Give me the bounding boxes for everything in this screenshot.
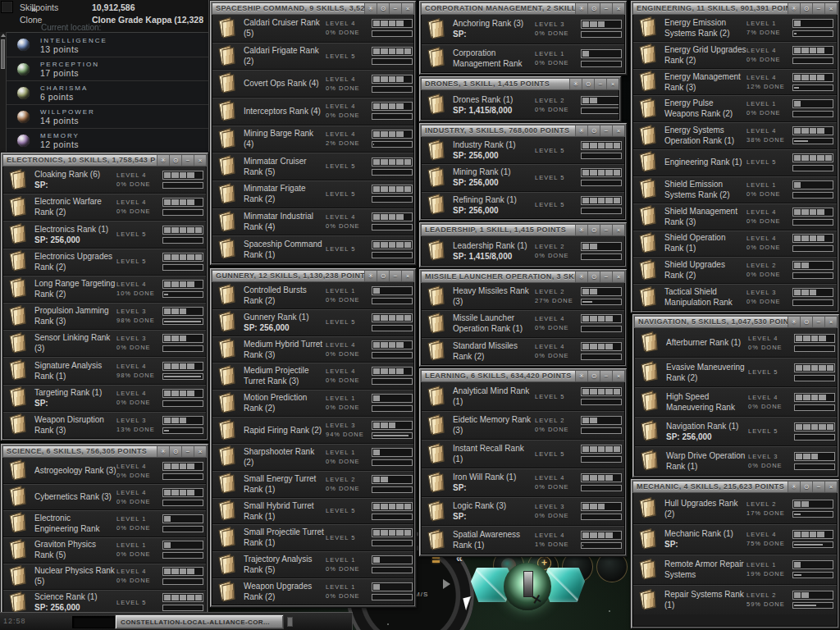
pin-icon[interactable]: ✳ bbox=[364, 3, 377, 14]
skill-row[interactable]: Energy Management Rank (3) LEVEL 412% DO… bbox=[633, 68, 837, 95]
constellation-channel-button[interactable]: CONSTELLATION-LOCAL-ALLIANCE-COR... bbox=[115, 614, 284, 629]
stack-icon[interactable]: ⊙ bbox=[587, 126, 600, 136]
minimize-icon[interactable]: − bbox=[600, 272, 612, 282]
skill-row[interactable]: Weapon Disruption Rank (3) LEVEL 313% DO… bbox=[3, 411, 206, 438]
minimize-icon[interactable]: − bbox=[812, 482, 824, 492]
skill-row[interactable]: Medium Projectile Turret Rank (3) LEVEL … bbox=[212, 362, 413, 389]
skill-row[interactable]: Iron Will Rank (1)SP: LEVEL 40% DONE bbox=[422, 468, 624, 496]
skill-row[interactable]: Hull Upgrades Rank (2) LEVEL 217% DONE bbox=[633, 493, 837, 523]
pin-icon[interactable]: ✳ bbox=[364, 271, 377, 281]
window-titlebar[interactable]: INDUSTRY, 3 SKILLS, 768,000 POINTS ✳⊙−× bbox=[421, 125, 625, 137]
skill-row[interactable]: Small Hybrid Turret Rank (1) LEVEL 5 bbox=[212, 497, 413, 524]
window-titlebar[interactable]: SPACESHIP COMMAND, 9 SKILLS, 3,527 ✳⊙−× bbox=[212, 2, 414, 15]
skill-row[interactable]: Electronics Upgrades Rank (2) LEVEL 5 bbox=[3, 248, 206, 275]
stack-icon[interactable]: ⊙ bbox=[587, 371, 600, 381]
skill-row[interactable]: Astrogeology Rank (3) LEVEL 40% DONE bbox=[3, 458, 206, 483]
skill-row[interactable]: Targeting Rank (1)SP: LEVEL 40% DONE bbox=[3, 384, 206, 411]
minimize-icon[interactable]: − bbox=[181, 155, 194, 166]
skill-row[interactable]: Minmatar Frigate Rank (2) LEVEL 5 bbox=[212, 180, 413, 208]
skill-row[interactable]: Electronic Engineering Rank LEVEL 10% DO… bbox=[3, 509, 206, 536]
window-titlebar[interactable]: NAVIGATION, 5 SKILLS, 1,047,530 POIN ✳⊙−… bbox=[634, 316, 838, 328]
skill-row[interactable]: Afterburner Rank (1) LEVEL 40% DONE bbox=[635, 328, 837, 357]
window-titlebar[interactable]: CORPORATION MANAGEMENT, 2 SKILLS, ✳⊙−× bbox=[421, 2, 625, 15]
stack-icon[interactable]: ⊙ bbox=[587, 225, 600, 235]
skill-row[interactable]: Standard Missiles Rank (2) LEVEL 40% DON… bbox=[422, 337, 624, 364]
pin-icon[interactable]: ✳ bbox=[788, 3, 800, 14]
skill-row[interactable]: Instant Recall Rank (1) LEVEL 5 bbox=[422, 439, 624, 468]
skill-row[interactable]: Refining Rank (1)SP: 256,000 LEVEL 5 bbox=[422, 191, 624, 218]
skill-row[interactable]: Weapon Upgrades Rank (2) LEVEL 10% DONE bbox=[212, 578, 413, 605]
scroll-up-icon[interactable] bbox=[1, 34, 6, 37]
skill-row[interactable]: High Speed Maneuvering Rank LEVEL 40% DO… bbox=[635, 386, 837, 416]
skill-row[interactable]: Analytical Mind Rank (1) LEVEL 5 bbox=[422, 382, 624, 410]
skill-row[interactable]: Spaceship Command Rank (1) LEVEL 5 bbox=[212, 235, 413, 262]
skill-row[interactable]: Shield Upgrades Rank (2) LEVEL 20% DONE bbox=[633, 256, 837, 283]
stack-icon[interactable]: ⊙ bbox=[800, 317, 812, 327]
skill-row[interactable]: Navigation Rank (1)SP: 256,000 LEVEL 5 bbox=[635, 416, 837, 445]
skill-row[interactable]: Controlled Bursts Rank (2) LEVEL 10% DON… bbox=[212, 282, 413, 308]
skill-row[interactable]: Electronics Rank (1)SP: 256,000 LEVEL 5 bbox=[3, 220, 206, 247]
skill-row[interactable]: Minmatar Industrial Rank (4) LEVEL 40% D… bbox=[212, 208, 413, 235]
skill-row[interactable]: Logic Rank (3)SP: LEVEL 30% DONE bbox=[422, 496, 624, 525]
stack-icon[interactable]: ⊙ bbox=[587, 272, 600, 282]
minimize-icon[interactable]: − bbox=[600, 126, 612, 136]
pin-icon[interactable]: ✳ bbox=[157, 155, 169, 166]
skill-row[interactable]: Energy Grid Upgrades Rank (2) LEVEL 40% … bbox=[633, 41, 837, 68]
skill-row[interactable]: Eidetic Memory Rank (3) LEVEL 20% DONE bbox=[422, 410, 624, 439]
skill-row[interactable]: Electronic Warfare Rank (2) LEVEL 40% DO… bbox=[3, 193, 206, 220]
pin-icon[interactable]: ✳ bbox=[575, 126, 587, 136]
close-icon[interactable]: × bbox=[401, 3, 413, 14]
taskbar-nub[interactable] bbox=[287, 617, 293, 627]
minimize-icon[interactable]: − bbox=[600, 371, 612, 381]
skill-row[interactable]: Repair Systems Rank (1) LEVEL 259% DONE bbox=[633, 584, 837, 614]
window-titlebar[interactable]: LEARNING, 6 SKILLS, 634,420 POINTS ✳⊙−× bbox=[421, 370, 625, 382]
skill-row[interactable]: Shield Emission Systems Rank (2) LEVEL 1… bbox=[633, 176, 837, 203]
close-icon[interactable]: × bbox=[612, 126, 624, 136]
close-icon[interactable]: × bbox=[401, 271, 413, 281]
stack-icon[interactable]: ⊙ bbox=[377, 271, 389, 281]
skill-row[interactable]: Caldari Cruiser Rank (5) LEVEL 40% DONE bbox=[212, 15, 413, 42]
window-titlebar[interactable]: MECHANIC, 4 SKILLS, 215,623 POINTS ✳⊙−× bbox=[632, 481, 838, 493]
skill-row[interactable]: Cybernetics Rank (3) LEVEL 40% DONE bbox=[3, 483, 206, 509]
skill-row[interactable]: Small Projectile Turret Rank (1) LEVEL 5 bbox=[212, 523, 413, 550]
skill-row[interactable]: Motion Prediction Rank (2) LEVEL 10% DON… bbox=[212, 389, 413, 416]
pin-icon[interactable]: ✳ bbox=[157, 446, 169, 457]
close-icon[interactable]: × bbox=[194, 155, 206, 166]
pin-icon[interactable]: ✳ bbox=[575, 3, 587, 14]
app-icon[interactable] bbox=[1, 1, 13, 13]
skill-row[interactable]: Propulsion Jamming Rank (3) LEVEL 398% D… bbox=[3, 302, 206, 329]
skill-row[interactable]: Energy Systems Operation Rank (1) LEVEL … bbox=[633, 121, 837, 148]
skill-row[interactable]: Interceptors Rank (4) LEVEL 40% DONE bbox=[212, 97, 413, 125]
skill-row[interactable]: Rapid Firing Rank (2) LEVEL 394% DONE bbox=[212, 416, 413, 443]
skill-row[interactable]: Anchoring Rank (3)SP: LEVEL 30% DONE bbox=[422, 15, 624, 43]
pin-icon[interactable]: ✳ bbox=[575, 371, 587, 381]
close-icon[interactable]: × bbox=[824, 317, 837, 327]
skill-row[interactable]: Medium Hybrid Turret Rank (3) LEVEL 40% … bbox=[212, 336, 413, 363]
skill-row[interactable]: Spatial Awareness Rank (1) LEVEL 41% DON… bbox=[422, 525, 624, 554]
skill-row[interactable]: Industry Rank (1)SP: 256,000 LEVEL 5 bbox=[422, 137, 624, 163]
stack-icon[interactable]: ⊙ bbox=[169, 446, 181, 457]
skill-row[interactable]: Tactical Shield Manipulation Rank LEVEL … bbox=[633, 283, 837, 310]
close-icon[interactable]: × bbox=[612, 225, 624, 235]
skill-row[interactable]: Mechanic Rank (1)SP: LEVEL 475% DONE bbox=[633, 523, 837, 554]
skill-row[interactable]: Signature Analysis Rank (1) LEVEL 498% D… bbox=[3, 356, 206, 383]
active-module-button[interactable] bbox=[504, 563, 551, 610]
close-icon[interactable]: × bbox=[606, 79, 619, 89]
skill-row[interactable]: Minmatar Cruiser Rank (5) LEVEL 5 bbox=[212, 152, 413, 180]
skill-row[interactable]: Graviton Physics Rank (5) LEVEL 10% DONE bbox=[3, 536, 206, 563]
pin-icon[interactable]: ✳ bbox=[788, 482, 800, 492]
minimize-icon[interactable]: − bbox=[812, 3, 824, 14]
skill-row[interactable]: Shield Operation Rank (1) LEVEL 40% DONE bbox=[633, 230, 837, 257]
window-titlebar[interactable]: DRONES, 1 SKILL, 1,415 POINTS ✳⊙−× bbox=[421, 78, 619, 90]
scroll-thumb[interactable] bbox=[1, 39, 5, 69]
pin-icon[interactable]: ✳ bbox=[575, 272, 587, 282]
skill-row[interactable]: Trajectory Analysis Rank (5) LEVEL 10% D… bbox=[212, 550, 413, 578]
skill-row[interactable]: Energy Emission Systems Rank (2) LEVEL 1… bbox=[633, 15, 837, 41]
skill-row[interactable]: Evasive Maneuvering Rank (2) LEVEL 5 bbox=[635, 357, 837, 386]
window-titlebar[interactable]: SCIENCE, 6 SKILLS, 756,305 POINTS ✳⊙−× bbox=[2, 445, 207, 458]
skill-row[interactable]: Corporation Management Rank LEVEL 10% DO… bbox=[422, 43, 624, 73]
close-icon[interactable]: × bbox=[824, 482, 837, 492]
window-titlebar[interactable]: LEADERSHIP, 1 SKILL, 1,415 POINTS ✳⊙−× bbox=[421, 224, 625, 236]
close-icon[interactable]: × bbox=[612, 272, 624, 282]
stack-icon[interactable]: ⊙ bbox=[800, 3, 812, 14]
